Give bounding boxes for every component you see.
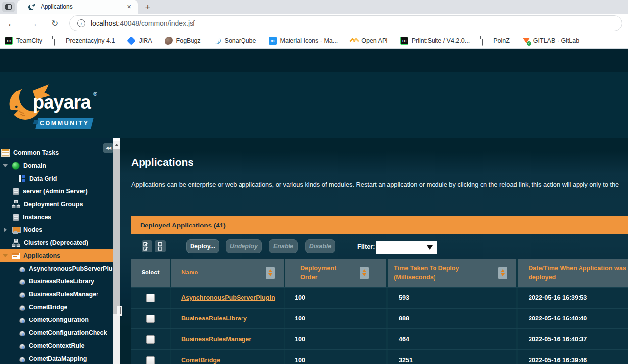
sidebar-item-cometconfiguration[interactable]: CometConfiguration — [0, 314, 113, 326]
application-link[interactable]: BusinessRulesLibrary — [181, 315, 247, 322]
deployment-order-cell: 100 — [285, 288, 388, 308]
sidebar-item-cometcontextrule[interactable]: CometContextRule — [0, 339, 113, 352]
gitlab-icon — [522, 37, 530, 45]
filter-select[interactable] — [376, 241, 437, 254]
bookmark-sonarqube[interactable]: SonarQube — [213, 37, 256, 45]
time-taken-cell: 593 — [388, 288, 518, 308]
row-checkbox[interactable] — [146, 294, 155, 302]
payara-logo: payara ® COMMUNITY — [7, 77, 106, 134]
sidebar-collapse-button[interactable] — [103, 143, 113, 153]
row-checkbox[interactable] — [146, 335, 155, 344]
bookmark-open-api[interactable]: Open API — [350, 37, 388, 45]
sidebar-item-asynchronouspubserverplugin[interactable]: AsynchronousPubServerPlugin — [0, 262, 113, 275]
forward-icon — [26, 16, 41, 31]
select-all-button[interactable] — [142, 240, 152, 252]
application-link[interactable]: AsynchronousPubServerPlugin — [181, 294, 275, 301]
name-cell: CometBridge — [171, 350, 285, 364]
sidebar-item-nodes[interactable]: Nodes — [0, 224, 113, 236]
sort-button[interactable] — [498, 267, 507, 279]
column-header-name: Name — [171, 259, 285, 287]
app-module-icon — [19, 279, 25, 285]
bookmarks-bar: TeamCity Prezentacyjny 4.1 JIRA FogBugz … — [0, 33, 628, 49]
table-row: CometBridge 100 3251 2022-05-16 16:39:46 — [131, 349, 628, 364]
sidebar-item-deployment-groups[interactable]: Deployment Groups — [0, 198, 113, 211]
table-row: BusinessRulesManager 100 464 2022-05-16 … — [131, 328, 628, 349]
undeploy-button[interactable]: Undeploy — [226, 239, 262, 253]
fogbugz-icon — [165, 37, 173, 45]
bookmark-poinz[interactable]: PoinZ — [482, 37, 510, 45]
bookmark-priint-suite[interactable]: Priint:Suite / V4.2.0... — [400, 37, 470, 45]
table-row: BusinessRulesLibrary 100 888 2022-05-16 … — [131, 308, 628, 328]
deploy-button[interactable]: Deploy... — [186, 239, 219, 253]
server-icon — [13, 214, 19, 221]
sidebar-item-common-tasks[interactable]: Common Tasks — [0, 146, 113, 159]
frame-resize-handle[interactable] — [117, 306, 122, 316]
sidebar-item-instances[interactable]: Instances — [0, 211, 113, 224]
bookmark-material-icons[interactable]: Material Icons - Ma... — [269, 37, 338, 45]
registered-mark: ® — [93, 91, 97, 97]
row-checkbox[interactable] — [146, 356, 155, 364]
select-cell — [131, 329, 171, 349]
table-row: AsynchronousPubServerPlugin 100 593 2022… — [131, 287, 628, 308]
disable-button[interactable]: Disable — [305, 239, 335, 253]
sidebar-item-applications[interactable]: Applications — [0, 249, 113, 262]
tab-close-icon[interactable] — [125, 3, 133, 11]
deployment-order-cell: 100 — [285, 350, 388, 364]
sidebar-item-cometbridge[interactable]: CometBridge — [0, 301, 113, 314]
chevron-right-icon[interactable] — [2, 228, 8, 232]
page-icon — [482, 37, 490, 45]
application-link[interactable]: BusinessRulesManager — [181, 336, 251, 343]
sidebar-scrollbar[interactable] — [113, 141, 120, 364]
bookmark-teamcity[interactable]: TeamCity — [5, 37, 42, 45]
scroll-up-icon[interactable] — [113, 141, 120, 149]
sidebar-item-cometdatamapping[interactable]: CometDataMapping — [0, 352, 113, 364]
browser-tab-strip: Applications — [0, 0, 628, 14]
new-tab-button[interactable] — [143, 1, 153, 12]
bookmark-jira[interactable]: JIRA — [127, 37, 152, 45]
page-icon — [54, 37, 62, 45]
app-module-icon — [19, 331, 25, 336]
address-bar[interactable]: localhost:40048/common/index.jsf — [69, 15, 622, 31]
chevron-down-icon[interactable] — [2, 162, 8, 170]
back-icon[interactable] — [4, 16, 19, 31]
payara-favicon — [27, 3, 36, 11]
bookmark-fogbugz[interactable]: FogBugz — [165, 37, 201, 45]
name-cell: BusinessRulesLibrary — [171, 309, 285, 328]
navigation-tree: Common Tasks Domain Data Grid server (Ad… — [0, 138, 113, 364]
deselect-all-button[interactable] — [155, 240, 166, 252]
date-deployed-cell: 2022-05-16 16:39:53 — [518, 288, 628, 308]
column-header-deployment-order: Deployment Order — [285, 259, 388, 287]
page-info-icon[interactable] — [77, 19, 85, 27]
sidebar-item-businessruleslibrary[interactable]: BusinessRulesLibrary — [0, 275, 113, 288]
enable-button[interactable]: Enable — [269, 239, 298, 253]
name-cell: BusinessRulesManager — [171, 329, 285, 349]
application-link[interactable]: CometBridge — [181, 357, 220, 364]
sort-descending-icon — [501, 273, 505, 278]
server-icon — [13, 188, 19, 195]
sidebar-item-clusters[interactable]: Clusters (Deprecated) — [0, 236, 113, 249]
applications-icon — [12, 253, 20, 259]
globe-icon — [12, 162, 20, 170]
sidebar-item-domain[interactable]: Domain — [0, 159, 113, 172]
data-grid-icon — [18, 175, 26, 182]
sidebar-item-server-admin[interactable]: server (Admin Server) — [0, 185, 113, 198]
column-header-date-deployed: Date/Time When Application was deployed — [518, 259, 628, 287]
sidebar-item-cometconfigurationcheck[interactable]: CometConfigurationCheck — [0, 326, 113, 339]
admin-console-body: Common Tasks Domain Data Grid server (Ad… — [0, 138, 628, 364]
chevron-down-icon[interactable] — [2, 252, 8, 260]
bookmark-prezentacyjny[interactable]: Prezentacyjny 4.1 — [54, 37, 115, 45]
bookmark-gitlab[interactable]: GITLAB · GitLab — [522, 37, 579, 45]
sort-button[interactable] — [360, 267, 369, 279]
tab-actions-button[interactable] — [2, 2, 15, 12]
reload-icon[interactable] — [48, 16, 62, 31]
app-module-icon — [19, 305, 25, 311]
cluster-icon — [12, 239, 20, 247]
sidebar-item-data-grid[interactable]: Data Grid — [0, 172, 113, 185]
sidebar-item-businessrulesmanager[interactable]: BusinessRulesManager — [0, 288, 113, 301]
browser-tab[interactable]: Applications — [17, 0, 138, 14]
community-banner: COMMUNITY — [35, 118, 93, 129]
row-checkbox[interactable] — [146, 315, 155, 323]
sort-button[interactable] — [266, 267, 275, 279]
browser-toolbar: localhost:40048/common/index.jsf — [0, 14, 628, 33]
scrollbar-thumb[interactable] — [113, 149, 120, 314]
